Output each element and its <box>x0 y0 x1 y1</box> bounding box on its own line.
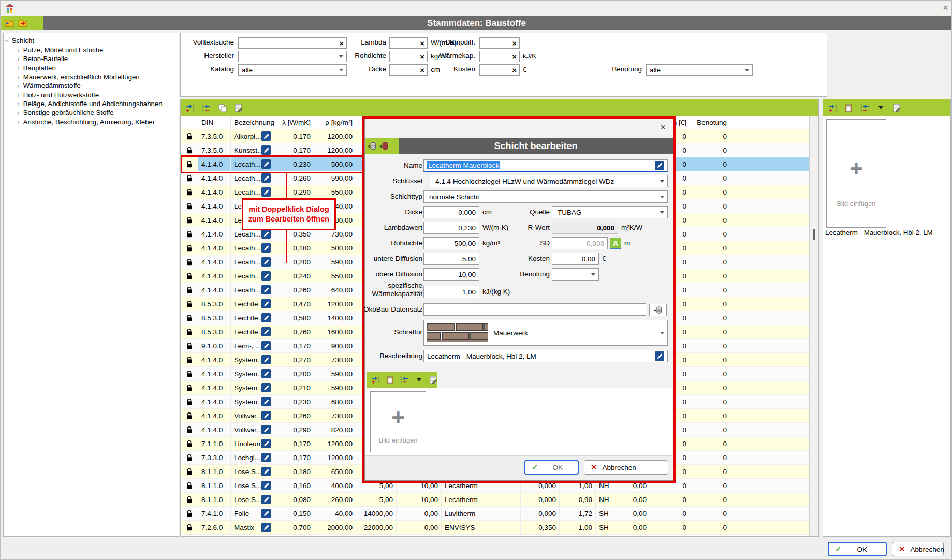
benotung-filter-dropdown[interactable]: alle <box>646 64 753 76</box>
tree-item[interactable]: › Beläge, Abdichtstoffe und Abdichtungsb… <box>6 99 179 108</box>
table-row[interactable]: 7.4.1.0 Folie 0,150 40,00 14000,00 0,00 … <box>181 507 809 521</box>
edit-pencil-icon[interactable] <box>261 425 271 434</box>
edit-document-icon[interactable] <box>892 103 901 112</box>
edit-document-icon[interactable] <box>429 375 437 385</box>
database-export-icon[interactable] <box>379 141 389 151</box>
chevron-right-icon[interactable]: › <box>17 92 20 97</box>
clear-icon[interactable]: × <box>419 39 426 47</box>
paste-icon[interactable] <box>844 103 853 112</box>
dropdown-arrow-icon[interactable] <box>415 375 423 385</box>
dicke-filter-input[interactable]: × <box>389 64 428 76</box>
edit-pencil-icon[interactable] <box>261 173 271 183</box>
din-header[interactable]: DIN <box>198 116 231 129</box>
lambda-filter-input[interactable]: × <box>389 37 428 49</box>
edit-pencil-icon[interactable] <box>261 411 271 420</box>
database-import-icon[interactable] <box>368 141 377 151</box>
chevron-right-icon[interactable]: › <box>17 48 20 53</box>
dialog-cancel-button[interactable]: ✕ Abbrechen <box>584 460 668 475</box>
bezeichnung-header[interactable]: Bezeichnung <box>231 116 272 129</box>
chevron-right-icon[interactable]: › <box>17 75 20 80</box>
remove-row-icon[interactable] <box>201 103 211 112</box>
edit-pencil-icon[interactable] <box>261 257 271 267</box>
tree-root-schicht[interactable]: › Schicht <box>6 36 179 46</box>
schraffur-dropdown[interactable]: Mauerwerk <box>423 320 668 346</box>
tree-item[interactable]: › Anstriche, Beschichtung, Armierung, Kl… <box>6 117 179 126</box>
open-folder-import-icon[interactable] <box>5 19 14 28</box>
ok-button[interactable]: ✓ OK <box>828 542 887 556</box>
oekobau-input[interactable] <box>423 303 646 316</box>
add-row-icon[interactable] <box>185 103 195 112</box>
quelle-dropdown[interactable]: TUBAG <box>552 206 668 218</box>
remove-image-icon[interactable] <box>860 103 869 112</box>
copy-icon[interactable] <box>217 103 227 112</box>
clear-icon[interactable]: × <box>419 66 426 74</box>
database-lookup-icon[interactable] <box>649 304 667 316</box>
scrollbar-thumb[interactable] <box>813 229 815 240</box>
sd-auto-button[interactable]: A <box>610 238 621 249</box>
edit-pencil-icon[interactable] <box>261 369 271 378</box>
beschreibung-input[interactable]: Lecatherm - Mauerblock, Hbl 2, LM <box>423 350 668 362</box>
benotung-dropdown[interactable] <box>552 268 599 281</box>
table-row[interactable]: 8.1.1.0 Lose S... 0,080 260,00 5,00 10,0… <box>181 493 809 507</box>
edit-pencil-icon[interactable] <box>261 481 271 490</box>
edit-pencil-icon[interactable] <box>261 509 271 518</box>
clear-icon[interactable]: × <box>338 39 345 47</box>
untere-diffusion-input[interactable]: 5,00 <box>423 253 479 265</box>
benotung-header[interactable]: Benotung <box>690 116 730 129</box>
edit-pencil-icon[interactable] <box>261 523 271 532</box>
tree-item[interactable]: › Beton-Bauteile <box>6 54 179 63</box>
chevron-right-icon[interactable]: › <box>17 101 20 106</box>
waermekap-filter-input[interactable]: × <box>479 51 520 62</box>
edit-document-icon[interactable] <box>233 103 243 112</box>
edit-pencil-icon[interactable] <box>261 467 271 476</box>
edit-pencil-icon[interactable] <box>261 439 271 448</box>
window-close-icon[interactable]: × <box>943 3 948 13</box>
obere-diffusion-input[interactable]: 10,00 <box>423 268 479 281</box>
remove-image-icon[interactable] <box>400 375 409 385</box>
chevron-right-icon[interactable]: › <box>17 56 20 62</box>
table-scrollbar[interactable] <box>809 116 818 536</box>
schichttyp-dropdown[interactable]: normale Schicht <box>423 190 668 203</box>
edit-pencil-icon[interactable] <box>261 355 271 364</box>
hersteller-dropdown[interactable] <box>238 51 347 62</box>
chevron-right-icon[interactable]: › <box>17 65 20 70</box>
dialog-close-icon[interactable]: × <box>660 122 666 133</box>
tree-item[interactable]: › Mauerwerk, einschließlich Mörtelfugen <box>6 72 179 81</box>
add-image-icon[interactable] <box>828 103 837 112</box>
clear-icon[interactable]: × <box>511 39 518 47</box>
tree-item[interactable]: › Sonstige gebräuchliche Stoffe <box>6 108 179 117</box>
dialog-ok-button[interactable]: ✓ OK <box>524 460 579 475</box>
clear-icon[interactable]: × <box>419 53 426 61</box>
clear-icon[interactable]: × <box>511 53 518 61</box>
edit-pencil-icon[interactable] <box>261 285 271 294</box>
volltextsuche-input[interactable]: × <box>238 37 347 49</box>
edit-pencil-icon[interactable] <box>261 495 271 504</box>
edit-pencil-icon[interactable] <box>261 313 271 322</box>
edit-pencil-icon[interactable] <box>261 271 271 281</box>
name-input[interactable]: Lecatherm Mauerblock <box>423 159 668 172</box>
schluessel-dropdown[interactable]: 4.1.4 Hochlochziegel HLzW und Wärmedämmz… <box>430 175 668 187</box>
tree-item[interactable]: › Holz- und Holzwerkstoffe <box>6 90 179 99</box>
chevron-right-icon[interactable]: › <box>17 83 20 89</box>
dampdiff-filter-input[interactable]: × <box>479 37 520 49</box>
edit-pencil-icon[interactable] <box>261 243 271 253</box>
edit-pencil-icon[interactable] <box>261 341 271 350</box>
chevron-right-icon[interactable]: › <box>17 119 20 124</box>
spez-waermekapazitaet-input[interactable]: 1,00 <box>423 286 479 298</box>
lambda-header[interactable]: λ [W/mK] <box>272 116 314 129</box>
edit-pencil-icon[interactable] <box>261 145 271 155</box>
paste-icon[interactable] <box>386 375 395 385</box>
sd-input[interactable]: 0,000 <box>552 237 608 249</box>
edit-pencil-icon[interactable] <box>261 229 271 239</box>
image-placeholder-box[interactable]: + Bild einfügen <box>826 119 886 228</box>
dropdown-arrow-icon[interactable] <box>876 103 885 112</box>
lambdawert-input[interactable]: 0,230 <box>423 222 479 234</box>
edit-pencil-icon[interactable] <box>261 327 271 336</box>
table-row[interactable]: 7.2.6.0 Mastix 0,700 2000,00 22000,00 0,… <box>181 521 809 535</box>
edit-pencil-icon[interactable] <box>261 299 271 308</box>
edit-pencil-icon[interactable] <box>261 397 271 406</box>
cancel-button[interactable]: ✕ Abbrechen <box>892 542 944 556</box>
katalog-dropdown[interactable]: alle <box>238 64 347 76</box>
dialog-image-placeholder-box[interactable]: + Bild einfügen <box>370 391 426 452</box>
open-folder-export-icon[interactable] <box>18 19 27 28</box>
